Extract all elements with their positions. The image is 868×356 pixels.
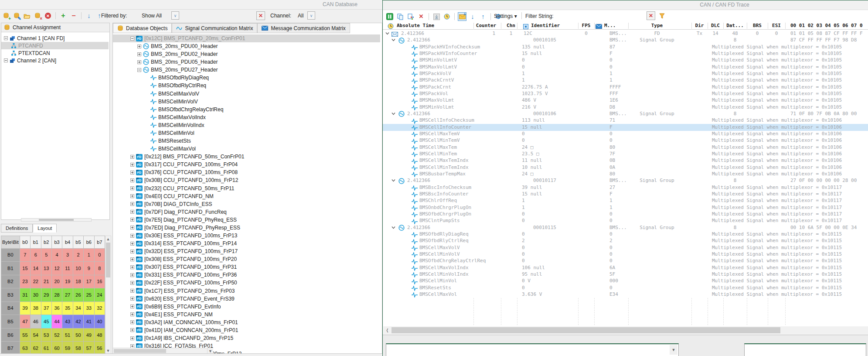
move-down-icon[interactable]: ↓ [87, 13, 91, 19]
db-tree-item[interactable]: BMSOfbdRlyCtrlReq [113, 82, 380, 89]
bit-cell[interactable]: 38 [31, 301, 41, 315]
add-icon[interactable]: + [61, 13, 65, 19]
bit-cell[interactable]: 45 [41, 315, 51, 329]
db-tree-item[interactable]: FD[0x1C7] ESS_PTCANFD_20ms_FrP03 [113, 287, 380, 295]
remove-icon[interactable]: − [71, 13, 75, 19]
apply-filter-button[interactable] [657, 11, 666, 20]
bit-cell[interactable]: 27 [62, 288, 73, 302]
arrow-down-button[interactable]: ↓ [85, 11, 93, 20]
expander-plus-icon[interactable] [130, 186, 134, 190]
db-tree-item[interactable]: FD[0x4E1] ESS_PTCANFD_NM [113, 311, 380, 318]
bit-cell[interactable]: 29 [41, 288, 51, 302]
trace-row-signal[interactable]: BMSMaxVolLmtV00Multiplexed Signal when m… [383, 64, 868, 71]
db-tree-item[interactable]: FD[0x4E0] CCU_PTCANFD_NM [113, 192, 380, 200]
expander-plus-icon[interactable] [130, 312, 134, 316]
clear-filter-button[interactable]: ✕ [647, 11, 655, 20]
chevron-down-icon[interactable]: ▼ [670, 345, 677, 355]
expander-plus-icon[interactable] [130, 305, 134, 308]
bit-cell[interactable]: 50 [73, 328, 83, 342]
bit-cell[interactable]: 54 [31, 328, 41, 342]
tab-layout[interactable]: Layout [33, 224, 57, 233]
bit-cell[interactable]: 52 [51, 328, 62, 342]
bit-cell[interactable]: 2 [73, 248, 83, 262]
bit-cell[interactable]: 42 [73, 315, 83, 329]
bit-cell[interactable]: 31 [20, 288, 30, 302]
db-tree-item[interactable]: FD[0x308] ESS_PTCANFD_100ms_FrP20 [113, 255, 380, 263]
db-tree-item[interactable]: FD[0x3A2] IAM_CONNCAN_100ms_FrP01 [113, 318, 380, 326]
layout-scrollbar-thumb[interactable] [39, 219, 74, 221]
trace-row-signal[interactable]: BMSCellInfoChecksum113 null71Multiplexed… [383, 117, 868, 124]
clear-filter-button[interactable]: ✕ [256, 11, 265, 20]
trace-row-signal[interactable]: BMSCellMaxVolV00Multiplexed Signal when … [383, 244, 868, 251]
bit-cell[interactable]: 21 [41, 275, 51, 288]
db-tree-item[interactable]: FD[0x7ED] Diag_PTCANFD_PhyResp_ESS [113, 224, 380, 232]
expander-plus-icon[interactable] [130, 336, 134, 340]
trace-row-signal[interactable]: BMSChlrOffReq11Multiplexed Signal when m… [383, 197, 868, 204]
trace-row-group[interactable]: 2.41236600010117BMS...Signal Group827 0F… [383, 177, 868, 184]
scroll-left-icon[interactable]: ❬ [384, 327, 391, 333]
trace-row-signal[interactable]: BMSPackCrnt2276.75 AFFFFMultiplexed Sign… [383, 84, 868, 91]
bit-cell[interactable]: 5 [41, 248, 51, 262]
bit-cell[interactable]: 9 [84, 262, 94, 275]
db-add-button[interactable]: + [2, 11, 10, 20]
db-hscrollbar-thumb[interactable] [114, 349, 166, 353]
expander-minus-icon[interactable] [137, 68, 141, 72]
expander-plus-icon[interactable] [130, 234, 134, 238]
trace-row-signal[interactable]: BMSMinVolLmtV00Multiplexed Signal when m… [383, 57, 868, 64]
bit-cell[interactable]: 56 [94, 342, 105, 355]
clear-filter-icon[interactable]: ✕ [649, 13, 653, 19]
expander-plus-icon[interactable] [130, 265, 134, 269]
db-tree-item[interactable]: BMSCellMinVol [113, 129, 380, 137]
bit-cell[interactable]: 13 [41, 262, 51, 275]
bit-cell[interactable]: 20 [51, 275, 62, 288]
db-tree-item[interactable]: FD[0x376] CCU_PTCANFD_100ms_FrP08 [113, 168, 380, 176]
layout-scrollbar[interactable] [21, 218, 92, 222]
trace-row-signal[interactable]: BMSOfbdRlyDiagReq00Multiplexed Signal wh… [383, 231, 868, 238]
db-tree-item[interactable]: BMSCellMaxVolV [113, 90, 380, 98]
db-tree-item[interactable]: FD[0x70B] DIAG_DTCInfo_ESS [113, 200, 380, 208]
bit-cell[interactable]: 55 [20, 328, 30, 342]
filter-string-input[interactable] [562, 12, 644, 21]
filter-dropdown-value[interactable]: Show All [142, 13, 162, 19]
trace-hscrollbar[interactable]: ❬ [383, 326, 868, 334]
expander-plus-icon[interactable] [130, 155, 134, 159]
scrollbar-thumb[interactable] [106, 243, 110, 277]
trace-row-signal[interactable]: BMSCellMaxVolIndx106 null6AMultiplexed S… [383, 264, 868, 271]
trace-hscrollbar-thumb[interactable] [391, 327, 780, 333]
db-tree-item[interactable]: FD[0x30B] CCU_PTCANFD_100ms_FrP12 [113, 176, 380, 184]
db-tree-item[interactable]: FD[0x232] CCU_PTCANFD_50ms_FrP11 [113, 185, 380, 192]
channel-dropdown-value[interactable]: All [298, 13, 303, 19]
db-tree-item[interactable]: FD[0x1A9] IBS_CHCANFD_20ms_FrP15 [113, 334, 380, 342]
channel-tree-item[interactable]: PTEXTDCAN [1, 49, 109, 57]
bit-cell[interactable]: 37 [41, 301, 51, 315]
expander-plus-icon[interactable] [137, 44, 141, 48]
db-tree-item[interactable]: FD[0x7E5] Diag_PTCANFD_PhyReq_ESS [113, 216, 380, 224]
trace-row-signal[interactable]: BMSCellMinVolIndx95 null5FMultiplexed Si… [383, 271, 868, 278]
minus-button[interactable]: − [69, 11, 78, 20]
db-remove-button[interactable]: × [33, 11, 42, 20]
bit-cell[interactable]: 17 [84, 275, 94, 288]
expander-plus-icon[interactable] [130, 178, 134, 182]
trace-row-signal[interactable]: BMSResetSts00Multiplexed Signal when mul… [383, 284, 868, 291]
bit-cell[interactable]: 33 [84, 301, 94, 315]
bit-cell[interactable]: 28 [51, 288, 62, 302]
db-tree-item[interactable]: FD[0x41D] IAM_CONNCAN_200ms_FrP01 [113, 326, 380, 334]
bit-cell[interactable]: 48 [94, 328, 105, 342]
db-tree-item[interactable]: BMSCellMaxVolIndx [113, 113, 380, 121]
db-tree-item[interactable]: BMS_20ms_PDU05_Header [113, 58, 380, 66]
tab-message-communication-matrix[interactable]: Message Communication Matrix [257, 23, 350, 33]
channel-tree-item[interactable]: Channel 2 [CAN] [1, 57, 109, 64]
expander-plus-icon[interactable] [130, 289, 134, 293]
tab-database-objects[interactable]: Database Objects [113, 23, 172, 33]
db-tree-item[interactable]: BMSCellMinVolV [113, 98, 380, 106]
trace-row-signal[interactable]: BMSCellMinTemV00Multiplexed Signal when … [383, 137, 868, 144]
trace-row-group[interactable]: 2.41236600010105BMS...Signal Group887 CF… [383, 37, 868, 44]
expander-minus-icon[interactable] [4, 58, 8, 62]
bit-cell[interactable]: 6 [31, 248, 41, 262]
db-tree-item[interactable]: BMSCellMinVolIndx [113, 121, 380, 129]
channel-tree-item[interactable]: PTCANFD [1, 42, 109, 49]
trace-row-signal[interactable]: BMSCellMinVol0 V000Multiplexed Signal wh… [383, 277, 868, 284]
trace-row-signal[interactable]: BMSOnbdChrgrPlugOn11Multiplexed Signal w… [383, 204, 868, 211]
expander-plus-icon[interactable] [130, 250, 134, 253]
bit-cell[interactable]: 35 [62, 301, 73, 315]
